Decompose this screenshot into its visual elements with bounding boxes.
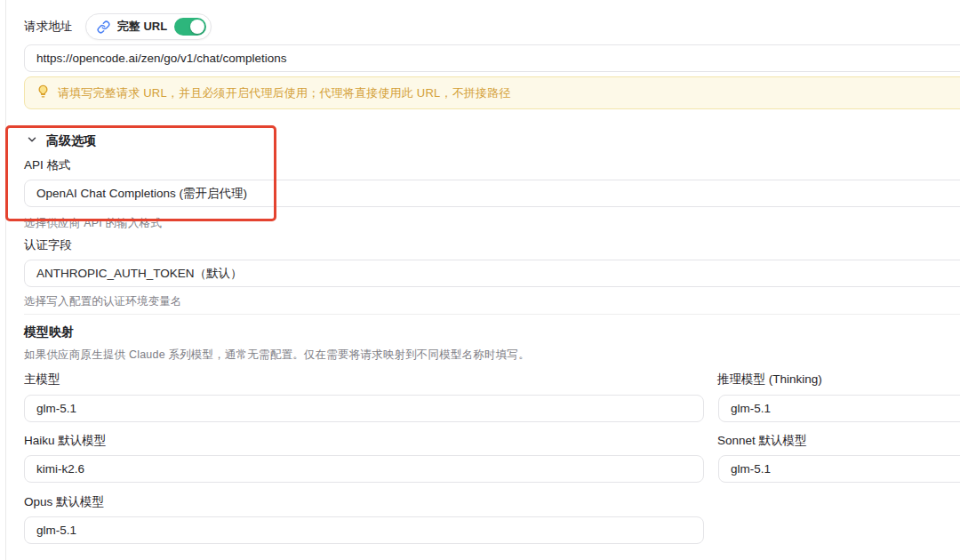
advanced-section-header[interactable]: 高级选项: [26, 132, 96, 151]
warning-banner: 请填写完整请求 URL，并且必须开启代理后使用；代理将直接使用此 URL，不拼接…: [24, 76, 960, 109]
main-model-input[interactable]: [24, 395, 704, 422]
sonnet-model-input[interactable]: [718, 455, 960, 483]
request-url-row: 请求地址 完整 URL: [24, 12, 212, 41]
api-format-helper: 选择供应商 API 的输入格式: [24, 216, 162, 231]
model-mapping-title: 模型映射: [24, 324, 74, 340]
api-format-select[interactable]: OpenAI Chat Completions (需开启代理): [24, 180, 960, 207]
haiku-model-label: Haiku 默认模型: [24, 433, 106, 449]
haiku-model-input[interactable]: [24, 455, 704, 483]
full-url-toggle[interactable]: [174, 18, 206, 36]
chevron-down-icon: [26, 133, 38, 149]
thinking-model-input[interactable]: [718, 395, 960, 422]
warning-text: 请填写完整请求 URL，并且必须开启代理后使用；代理将直接使用此 URL，不拼接…: [58, 85, 511, 101]
lightbulb-icon: [36, 84, 50, 101]
toggle-knob: [190, 20, 204, 34]
opus-model-label: Opus 默认模型: [24, 494, 104, 510]
section-divider: [24, 314, 960, 315]
full-url-pill: 完整 URL: [85, 13, 212, 40]
auth-field-select[interactable]: ANTHROPIC_AUTH_TOKEN（默认）: [24, 260, 960, 287]
request-url-label: 请求地址: [24, 19, 73, 35]
api-format-label: API 格式: [24, 157, 71, 173]
main-model-label: 主模型: [24, 372, 60, 388]
model-mapping-description: 如果供应商原生提供 Claude 系列模型，通常无需配置。仅在需要将请求映射到不…: [24, 348, 530, 363]
auth-field-label: 认证字段: [24, 237, 72, 253]
link-icon: [97, 20, 110, 34]
full-url-label: 完整 URL: [117, 19, 167, 35]
provider-config-form: { "colors": { "toggle_on_green": "#2db67…: [0, 0, 960, 560]
advanced-section-title: 高级选项: [46, 133, 96, 149]
sonnet-model-label: Sonnet 默认模型: [717, 433, 807, 449]
request-url-input[interactable]: [24, 44, 960, 72]
auth-field-helper: 选择写入配置的认证环境变量名: [24, 294, 182, 309]
panel-left-border: [5, 0, 6, 560]
opus-model-input[interactable]: [24, 516, 704, 544]
thinking-model-label: 推理模型 (Thinking): [717, 372, 822, 388]
